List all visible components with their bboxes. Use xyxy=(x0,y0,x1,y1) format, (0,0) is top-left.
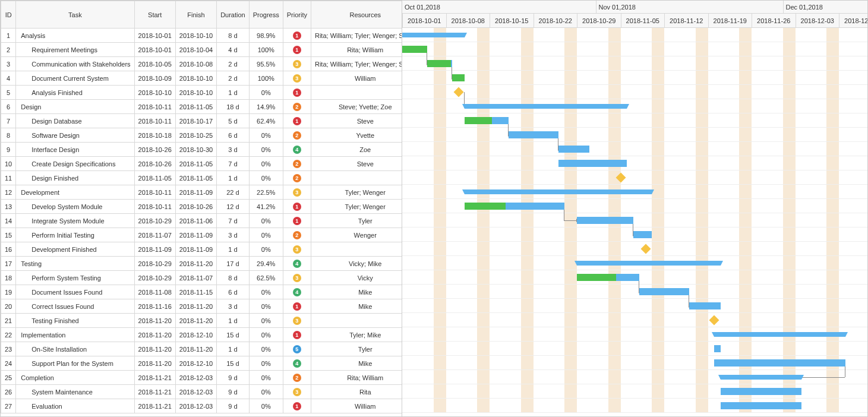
cell-finish[interactable]: 2018-11-06 xyxy=(175,214,216,228)
cell-finish[interactable]: 2018-11-20 xyxy=(175,299,216,314)
col-duration[interactable]: Duration xyxy=(217,1,250,29)
cell-finish[interactable]: 2018-11-05 xyxy=(175,171,216,185)
gantt-task-bar[interactable] xyxy=(402,46,427,53)
cell-resources[interactable]: Steve xyxy=(311,157,402,171)
gantt-task-bar[interactable] xyxy=(427,60,452,67)
cell-progress[interactable]: 100% xyxy=(249,71,283,86)
cell-task-name[interactable]: Completion xyxy=(16,371,134,385)
table-row[interactable]: 1Analysis2018-10-012018-10-108 d98.9%1Ri… xyxy=(1,29,403,43)
table-row[interactable]: 8Software Design2018-10-182018-10-256 d0… xyxy=(1,128,403,143)
gantt-task-bar[interactable] xyxy=(558,146,590,153)
cell-task-name[interactable]: Implementation xyxy=(16,328,134,342)
cell-duration[interactable]: 1 d xyxy=(217,342,250,356)
cell-progress[interactable]: 0% xyxy=(249,128,283,143)
cell-start[interactable]: 2018-11-21 xyxy=(134,371,175,385)
col-start[interactable]: Start xyxy=(134,1,175,29)
cell-priority[interactable]: 3 xyxy=(283,185,311,200)
cell-start[interactable]: 2018-11-09 xyxy=(134,242,175,257)
col-progress[interactable]: Progress xyxy=(249,1,283,29)
milestone-icon[interactable] xyxy=(709,315,719,326)
cell-resources[interactable]: Vicky; Mike xyxy=(311,257,402,271)
cell-priority[interactable]: 1 xyxy=(283,299,311,314)
col-priority[interactable]: Priority xyxy=(283,1,311,29)
gantt-row[interactable] xyxy=(402,242,867,256)
gantt-row[interactable] xyxy=(402,285,867,299)
gantt-row[interactable] xyxy=(402,213,867,228)
gantt-summary-bar[interactable] xyxy=(577,261,721,266)
col-finish[interactable]: Finish xyxy=(175,1,216,29)
gantt-row[interactable] xyxy=(402,342,867,356)
cell-task-name[interactable]: Interface Design xyxy=(16,143,134,157)
cell-finish[interactable]: 2018-11-05 xyxy=(175,100,216,114)
cell-resources[interactable]: Wenger xyxy=(311,228,402,242)
cell-start[interactable]: 2018-11-08 xyxy=(134,285,175,299)
cell-progress[interactable]: 0% xyxy=(249,328,283,342)
gantt-row[interactable] xyxy=(402,71,867,85)
cell-finish[interactable]: 2018-10-26 xyxy=(175,200,216,214)
gantt-row[interactable] xyxy=(402,270,867,285)
cell-resources[interactable]: Rita; William; Tyler; Wenger; Steve xyxy=(311,57,402,71)
cell-resources[interactable]: Mike xyxy=(311,285,402,299)
gantt-summary-bar[interactable] xyxy=(721,375,802,380)
cell-progress[interactable]: 0% xyxy=(249,342,283,356)
cell-start[interactable]: 2018-11-21 xyxy=(134,399,175,413)
cell-start[interactable]: 2018-10-09 xyxy=(134,71,175,86)
cell-start[interactable]: 2018-10-01 xyxy=(134,43,175,57)
cell-duration[interactable]: 3 d xyxy=(217,299,250,314)
cell-priority[interactable]: 2 xyxy=(283,171,311,185)
cell-resources[interactable]: William xyxy=(311,71,402,86)
gantt-task-bar[interactable] xyxy=(465,117,509,124)
milestone-icon[interactable] xyxy=(453,87,463,97)
cell-finish[interactable]: 2018-11-05 xyxy=(175,157,216,171)
cell-progress[interactable]: 0% xyxy=(249,143,283,157)
cell-task-name[interactable]: Support Plan for the System xyxy=(16,356,134,371)
cell-progress[interactable]: 100% xyxy=(249,43,283,57)
cell-finish[interactable]: 2018-12-03 xyxy=(175,399,216,413)
cell-start[interactable]: 2018-10-18 xyxy=(134,128,175,143)
cell-duration[interactable]: 12 d xyxy=(217,200,250,214)
gantt-row[interactable] xyxy=(402,156,867,170)
cell-duration[interactable]: 2 d xyxy=(217,57,250,71)
cell-progress[interactable]: 0% xyxy=(249,299,283,314)
cell-progress[interactable]: 95.5% xyxy=(249,57,283,71)
cell-finish[interactable]: 2018-11-09 xyxy=(175,185,216,200)
cell-priority[interactable]: 2 xyxy=(283,100,311,114)
table-row[interactable]: 6Design2018-10-112018-11-0518 d14.9%2Ste… xyxy=(1,100,403,114)
gantt-row[interactable] xyxy=(402,185,867,199)
cell-resources[interactable]: Tyler; Wenger xyxy=(311,185,402,200)
cell-priority[interactable]: 3 xyxy=(283,271,311,285)
gantt-summary-bar[interactable] xyxy=(465,104,627,109)
cell-start[interactable]: 2018-11-20 xyxy=(134,356,175,371)
cell-start[interactable]: 2018-10-11 xyxy=(134,185,175,200)
cell-progress[interactable]: 0% xyxy=(249,399,283,413)
cell-start[interactable]: 2018-10-11 xyxy=(134,100,175,114)
table-row[interactable]: 11Design Finished2018-11-052018-11-051 d… xyxy=(1,171,403,185)
cell-resources[interactable]: Tyler; Mike xyxy=(311,328,402,342)
cell-finish[interactable]: 2018-10-30 xyxy=(175,143,216,157)
cell-duration[interactable]: 9 d xyxy=(217,399,250,413)
cell-resources[interactable] xyxy=(311,314,402,328)
cell-priority[interactable]: 2 xyxy=(283,228,311,242)
cell-priority[interactable]: 3 xyxy=(283,385,311,399)
cell-start[interactable]: 2018-10-05 xyxy=(134,57,175,71)
cell-task-name[interactable]: Requirement Meetings xyxy=(16,43,134,57)
cell-duration[interactable]: 15 d xyxy=(217,328,250,342)
gantt-task-bar[interactable] xyxy=(633,231,652,238)
gantt-row[interactable] xyxy=(402,170,867,185)
table-row[interactable]: 4Document Current System2018-10-092018-1… xyxy=(1,71,403,86)
table-row[interactable]: 27Evaluation2018-11-212018-12-039 d0%1Wi… xyxy=(1,399,403,413)
cell-task-name[interactable]: Perform System Testing xyxy=(16,271,134,285)
cell-duration[interactable]: 6 d xyxy=(217,128,250,143)
cell-resources[interactable] xyxy=(311,242,402,257)
cell-task-name[interactable]: Analysis Finished xyxy=(16,86,134,100)
col-task[interactable]: Task xyxy=(16,1,134,29)
cell-finish[interactable]: 2018-11-15 xyxy=(175,285,216,299)
gantt-row[interactable] xyxy=(402,113,867,128)
cell-progress[interactable]: 0% xyxy=(249,157,283,171)
milestone-icon[interactable] xyxy=(616,173,626,183)
cell-resources[interactable]: Vicky xyxy=(311,271,402,285)
cell-task-name[interactable]: On-Site Installation xyxy=(16,342,134,356)
cell-finish[interactable]: 2018-10-25 xyxy=(175,128,216,143)
cell-finish[interactable]: 2018-12-03 xyxy=(175,385,216,399)
cell-finish[interactable]: 2018-11-20 xyxy=(175,342,216,356)
